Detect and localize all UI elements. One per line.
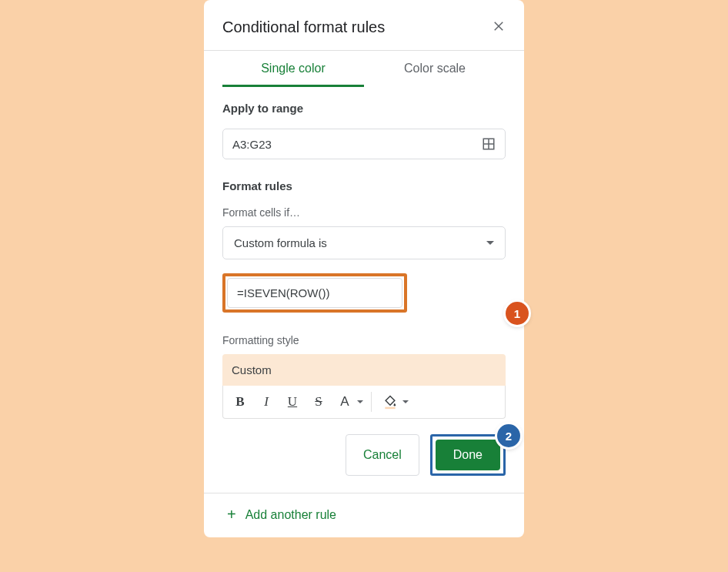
annotation-callout-1: 1: [506, 302, 529, 325]
panel-title: Conditional format rules: [222, 18, 385, 36]
range-input[interactable]: [232, 138, 482, 151]
format-toolbar: B I U S A: [222, 386, 506, 419]
tab-color-scale[interactable]: Color scale: [364, 51, 506, 87]
cancel-button[interactable]: Cancel: [346, 434, 419, 476]
annotation-callout-2: 2: [497, 424, 520, 447]
formatting-style-label: Formatting style: [222, 334, 506, 346]
done-button[interactable]: Done: [436, 440, 500, 470]
caret-down-icon: [486, 241, 494, 245]
button-row: Cancel Done 2: [204, 419, 524, 493]
italic-button[interactable]: I: [255, 390, 277, 413]
toolbar-divider: [371, 392, 372, 412]
conditional-format-panel: Conditional format rules Single color Co…: [204, 0, 524, 537]
format-cells-if-label: Format cells if…: [222, 206, 506, 219]
tabs: Single color Color scale: [204, 51, 524, 88]
text-color-button[interactable]: A: [334, 390, 356, 413]
underline-button[interactable]: U: [282, 390, 303, 413]
format-rules-label: Format rules: [222, 179, 506, 192]
condition-value: Custom formula is: [234, 236, 327, 249]
panel-header: Conditional format rules: [204, 0, 524, 51]
svg-rect-5: [385, 407, 395, 410]
annotation-highlight-2: Done 2: [430, 434, 506, 476]
fill-color-button[interactable]: [379, 390, 401, 413]
condition-dropdown[interactable]: Custom formula is: [222, 226, 506, 259]
caret-down-icon: [402, 400, 409, 403]
format-rules-section: Format rules Format cells if… Custom for…: [204, 166, 524, 419]
close-icon[interactable]: [492, 19, 506, 35]
apply-range-section: Apply to range: [204, 88, 524, 159]
strikethrough-button[interactable]: S: [308, 390, 329, 413]
plus-icon: +: [227, 506, 236, 523]
style-preview[interactable]: Custom: [222, 354, 506, 386]
formula-wrap: 1: [222, 273, 506, 313]
tab-single-color[interactable]: Single color: [222, 51, 364, 87]
apply-range-label: Apply to range: [222, 102, 506, 115]
add-rule-label: Add another rule: [245, 508, 336, 522]
caret-down-icon: [357, 400, 363, 403]
range-input-wrap[interactable]: [222, 129, 506, 159]
formula-input[interactable]: [227, 278, 402, 308]
bold-button[interactable]: B: [229, 390, 251, 413]
add-another-rule-button[interactable]: + Add another rule: [204, 493, 524, 530]
annotation-highlight-1: [222, 273, 407, 313]
select-range-icon[interactable]: [482, 137, 496, 151]
